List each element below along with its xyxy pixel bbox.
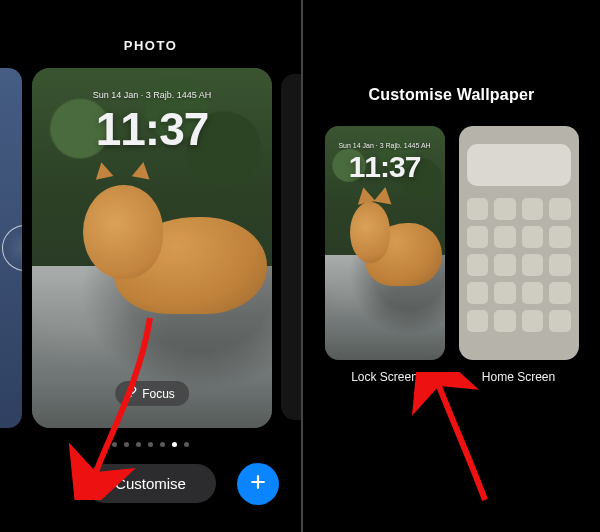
lockscreen-date: Sun 14 Jan · 3 Rajb. 1445 AH [32, 90, 272, 100]
home-screen-label: Home Screen [482, 370, 555, 384]
plus-icon [248, 472, 268, 495]
customise-button[interactable]: Customise [85, 464, 216, 503]
current-wallpaper-card[interactable]: Sun 14 Jan · 3 Rajb. 1445 AH 11:37 Focus [32, 68, 272, 428]
home-app-grid [467, 198, 571, 350]
home-screen-card[interactable]: Home Screen [459, 126, 579, 384]
lock-screen-preview[interactable]: Sun 14 Jan · 3 Rajb. 1445 AH 11:37 [325, 126, 445, 360]
lockscreen-date: Sun 14 Jan · 3 Rajb. 1445 AH [325, 142, 445, 149]
focus-label: Focus [142, 387, 175, 401]
wallpaper-carousel[interactable]: Sun 14 Jan · 3 Rajb. 1445 AH 11:37 Focus [0, 68, 301, 428]
annotation-arrow-icon [381, 372, 501, 512]
home-screen-preview[interactable] [459, 126, 579, 360]
link-icon [125, 386, 137, 401]
customise-title: Customise Wallpaper [303, 86, 600, 104]
wallpaper-gallery-panel: PHOTO Sun 14 Jan · 3 Rajb. 1445 AH 11:37 [0, 0, 303, 532]
lock-screen-card[interactable]: Sun 14 Jan · 3 Rajb. 1445 AH 11:37 Lock … [325, 126, 445, 384]
add-wallpaper-button[interactable] [237, 463, 279, 505]
next-wallpaper-peek[interactable] [281, 74, 301, 420]
lock-screen-label: Lock Screen [351, 370, 418, 384]
page-indicator [0, 442, 301, 447]
customise-wallpaper-panel: Customise Wallpaper Sun 14 Jan · 3 Rajb.… [303, 0, 600, 532]
wallpaper-pair-row: Sun 14 Jan · 3 Rajb. 1445 AH 11:37 Lock … [303, 126, 600, 384]
bottom-action-row: Customise [0, 464, 301, 503]
home-widget-placeholder [467, 144, 571, 186]
previous-wallpaper-peek[interactable] [0, 68, 22, 428]
focus-button[interactable]: Focus [115, 381, 189, 406]
gallery-category-title: PHOTO [0, 38, 301, 53]
lockscreen-time: 11:37 [32, 102, 272, 156]
lockscreen-time: 11:37 [325, 150, 445, 184]
